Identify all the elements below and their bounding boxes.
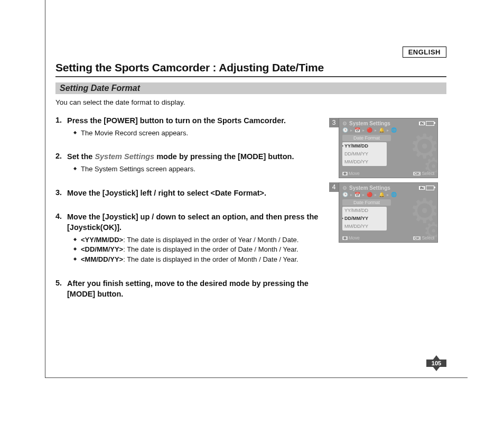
- step-3: Move the [Joystick] left / right to sele…: [55, 188, 329, 199]
- tab-beep-icon: 🔔: [379, 127, 385, 133]
- figure-number-badge: 4: [329, 182, 339, 192]
- step-italic-term: System Settings: [95, 152, 154, 161]
- option-label: <DD/MM/YY>: [81, 245, 123, 253]
- steps-column: Press the [POWER] button to turn on the …: [55, 116, 329, 313]
- memory-in-badge: IN: [419, 122, 425, 125]
- step-heading: Move the [Joystick] up / down to select …: [67, 212, 329, 233]
- intro-text: You can select the date format to displa…: [55, 98, 446, 106]
- option-desc: : The date is displayed in the order of …: [123, 236, 298, 244]
- hint-move: ✥Move: [342, 171, 360, 176]
- battery-icon: [426, 186, 434, 190]
- option-label: <YY/MM/DD>: [81, 236, 123, 244]
- menu-label: Date Format: [342, 199, 391, 206]
- tab-date-icon: 📅: [354, 192, 360, 197]
- joystick-icon: ✥: [342, 172, 348, 176]
- tab-clock-icon: 🕒: [342, 127, 348, 133]
- option-list: YY/MM/DD DD/MM/YY MM/DD/YY: [342, 142, 387, 166]
- page-crop-left: [45, 0, 45, 378]
- gear-watermark-icon: ⚙⚙: [409, 198, 438, 240]
- step-sub-option: <MM/DD/YY>: The date is displayed in the…: [73, 255, 329, 265]
- step-1: Press the [POWER] button to turn on the …: [55, 116, 329, 138]
- option-row: DD/MM/YY: [342, 150, 387, 158]
- hint-select: OKSelect: [413, 171, 434, 176]
- step-4: Move the [Joystick] up / down to select …: [55, 212, 329, 265]
- hint-select: OKSelect: [413, 235, 434, 241]
- step-sub-option: <DD/MM/YY>: The date is displayed in the…: [73, 245, 329, 255]
- step-heading: After you finish setting, move to the de…: [67, 279, 329, 299]
- figure-4: 4 ⚙⚙ ⚙ System Settings IN 🕒▸ 📅▸: [339, 182, 446, 243]
- memory-in-badge: IN: [419, 186, 425, 190]
- triangle-down-icon: [433, 366, 440, 371]
- page-crop-bottom: [45, 377, 468, 378]
- option-row-selected: YY/MM/DD: [342, 142, 387, 150]
- page-number: 105: [426, 360, 446, 367]
- page-title: Setting the Sports Camcorder : Adjusting…: [55, 61, 446, 77]
- gear-icon: ⚙: [342, 121, 347, 126]
- camcorder-screen: ⚙⚙ ⚙ System Settings IN 🕒▸ 📅▸ 🔴▸ 🔔▸: [339, 182, 438, 243]
- option-desc: : The date is displayed in the order of …: [123, 255, 298, 263]
- step-heading: Set the System Settings mode by pressing…: [67, 152, 329, 162]
- tab-date-icon: 📅: [354, 127, 360, 133]
- figure-number-badge: 3: [329, 118, 339, 127]
- option-row: YY/MM/DD: [342, 207, 387, 215]
- step-sub-bullet: The System Settings screen appears.: [73, 164, 329, 174]
- tab-lang-icon: 🌐: [391, 192, 397, 197]
- option-label: <MM/DD/YY>: [81, 255, 123, 263]
- figures-column: 3 ⚙⚙ ⚙ System Settings IN 🕒▸ 📅▸: [339, 118, 446, 313]
- menu-label: Date Format: [342, 135, 391, 141]
- option-list: YY/MM/DD DD/MM/YY MM/DD/YY: [342, 207, 387, 231]
- screen-title: System Settings: [349, 121, 390, 126]
- step-text: mode by pressing the [MODE] button.: [154, 152, 294, 161]
- gear-watermark-icon: ⚙⚙: [409, 133, 438, 176]
- option-row: MM/DD/YY: [342, 223, 387, 231]
- hint-move: ✥Move: [342, 235, 360, 241]
- page-content: ENGLISH Setting the Sports Camcorder : A…: [55, 47, 446, 313]
- page-number-ornament: 105: [426, 355, 446, 368]
- camcorder-screen: ⚙⚙ ⚙ System Settings IN 🕒▸ 📅▸ 🔴▸ 🔔▸: [339, 118, 438, 178]
- gear-icon: ⚙: [342, 185, 347, 191]
- tab-record-icon: 🔴: [367, 192, 372, 197]
- tab-beep-icon: 🔔: [379, 192, 385, 197]
- step-sub-option: <YY/MM/DD>: The date is displayed in the…: [73, 235, 329, 245]
- step-2: Set the System Settings mode by pressing…: [55, 152, 329, 174]
- figure-3: 3 ⚙⚙ ⚙ System Settings IN 🕒▸ 📅▸: [339, 118, 446, 178]
- step-heading: Press the [POWER] button to turn on the …: [67, 116, 329, 126]
- step-5: After you finish setting, move to the de…: [55, 279, 329, 299]
- option-desc: : The date is displayed in the order of …: [123, 245, 298, 253]
- tab-clock-icon: 🕒: [342, 192, 348, 197]
- step-text: Set the: [67, 152, 95, 161]
- step-heading: Move the [Joystick] left / right to sele…: [67, 188, 329, 199]
- subsection-title: Setting Date Format: [55, 82, 446, 94]
- tab-record-icon: 🔴: [367, 127, 372, 133]
- battery-icon: [426, 121, 434, 126]
- ok-key-icon: OK: [413, 236, 421, 240]
- joystick-icon: ✥: [342, 236, 348, 240]
- option-row: MM/DD/YY: [342, 158, 387, 166]
- option-row-selected: DD/MM/YY: [342, 215, 387, 223]
- tab-lang-icon: 🌐: [391, 127, 397, 133]
- step-sub-bullet: The Movie Record screen appears.: [73, 128, 329, 139]
- language-badge: ENGLISH: [403, 47, 446, 58]
- screen-title: System Settings: [349, 185, 390, 191]
- ok-key-icon: OK: [413, 172, 421, 176]
